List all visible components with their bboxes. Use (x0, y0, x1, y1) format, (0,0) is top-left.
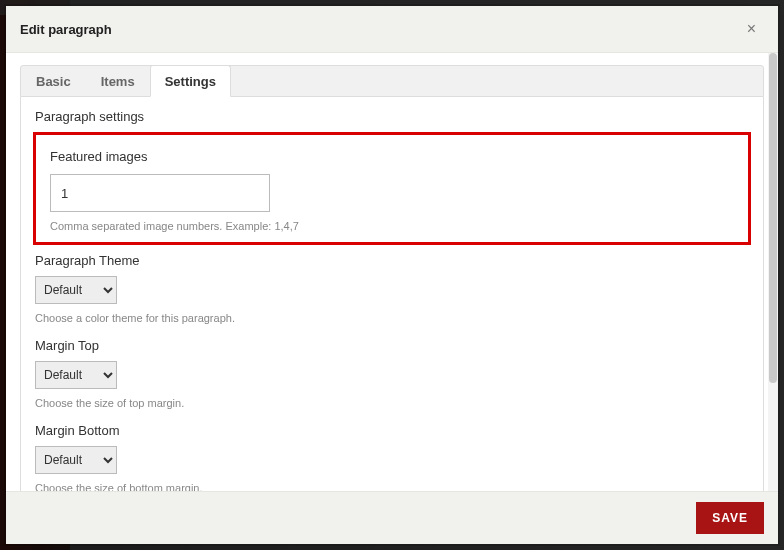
featured-images-label: Featured images (50, 149, 734, 164)
page-background: ····· Edit paragraph × Basic Items Setti… (0, 0, 784, 550)
scrollbar-thumb[interactable] (769, 53, 777, 383)
paragraph-theme-help: Choose a color theme for this paragraph. (35, 312, 749, 324)
margin-top-label: Margin Top (35, 338, 749, 353)
modal-body[interactable]: Basic Items Settings Paragraph settings … (6, 53, 778, 491)
paragraph-theme-select[interactable]: Default (35, 276, 117, 304)
margin-bottom-help: Choose the size of bottom margin. (35, 482, 749, 491)
margin-bottom-select[interactable]: Default (35, 446, 117, 474)
tab-bar: Basic Items Settings (20, 65, 764, 97)
featured-images-help: Comma separated image numbers. Example: … (50, 220, 734, 232)
modal-title: Edit paragraph (20, 22, 112, 37)
modal-footer: SAVE (6, 491, 778, 544)
tab-basic[interactable]: Basic (21, 65, 86, 97)
margin-top-select[interactable]: Default (35, 361, 117, 389)
close-icon[interactable]: × (739, 16, 764, 42)
field-paragraph-theme: Paragraph Theme Default Choose a color t… (33, 253, 751, 338)
modal-header: Edit paragraph × (6, 6, 778, 53)
field-margin-top: Margin Top Default Choose the size of to… (33, 338, 751, 423)
margin-top-help: Choose the size of top margin. (35, 397, 749, 409)
scrollbar-track[interactable] (768, 53, 778, 491)
save-button[interactable]: SAVE (696, 502, 764, 534)
tab-items[interactable]: Items (86, 65, 150, 97)
panel-heading: Paragraph settings (35, 109, 751, 124)
field-margin-bottom: Margin Bottom Default Choose the size of… (33, 423, 751, 491)
margin-bottom-label: Margin Bottom (35, 423, 749, 438)
featured-images-input[interactable] (50, 174, 270, 212)
paragraph-theme-label: Paragraph Theme (35, 253, 749, 268)
field-featured-images: Featured images Comma separated image nu… (33, 132, 751, 245)
settings-panel: Paragraph settings Featured images Comma… (20, 97, 764, 491)
tab-settings[interactable]: Settings (150, 65, 231, 97)
edit-paragraph-modal: Edit paragraph × Basic Items Settings Pa… (6, 6, 778, 544)
